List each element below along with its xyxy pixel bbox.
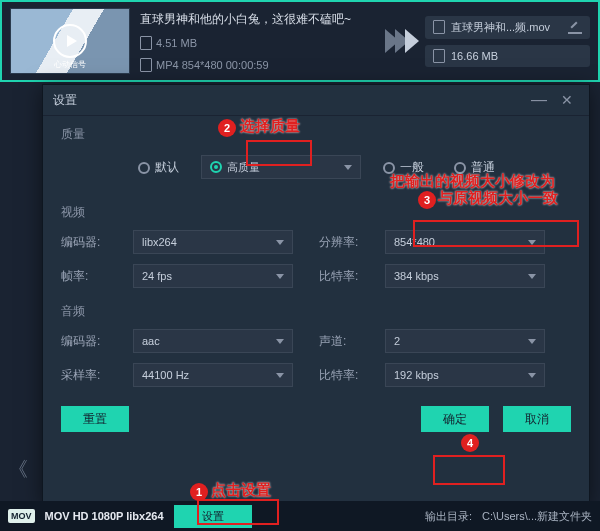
- edit-icon[interactable]: [568, 20, 582, 34]
- file-icon: [140, 36, 152, 50]
- annotation-3-text-b: 与原视频大小一致: [438, 189, 558, 208]
- format-label: MOV HD 1080P libx264: [45, 510, 164, 522]
- fps-label: 帧率:: [61, 268, 123, 285]
- source-size: 4.51 MB: [156, 37, 197, 49]
- file-icon: [140, 58, 152, 72]
- sample-select[interactable]: 44100 Hz: [133, 363, 293, 387]
- output-name-row[interactable]: 直球男神和...频.mov: [425, 16, 590, 39]
- resolution-select[interactable]: 854*480: [385, 230, 545, 254]
- source-thumbnail[interactable]: 心动信号: [10, 8, 130, 74]
- resolution-label: 分辨率:: [319, 234, 375, 251]
- audio-bitrate-select[interactable]: 192 kbps: [385, 363, 545, 387]
- annotation-2-badge: 2: [218, 119, 236, 137]
- file-icon: [433, 20, 445, 34]
- fps-select[interactable]: 24 fps: [133, 264, 293, 288]
- format-badge: MOV: [8, 509, 35, 523]
- video-bitrate-label: 比特率:: [319, 268, 375, 285]
- annotation-1-text: 点击设置: [211, 481, 271, 500]
- output-name: 直球男神和...频.mov: [451, 20, 550, 35]
- annotation-4-badge: 4: [461, 434, 479, 452]
- sample-label: 采样率:: [61, 367, 123, 384]
- output-size-row: 16.66 MB: [425, 45, 590, 67]
- audio-encoder-label: 编码器:: [61, 333, 123, 350]
- dialog-title: 设置: [53, 92, 77, 109]
- channel-label: 声道:: [319, 333, 375, 350]
- minimize-button[interactable]: —: [523, 91, 555, 109]
- annotation-3-badge: 3: [418, 191, 436, 209]
- video-encoder-select[interactable]: libx264: [133, 230, 293, 254]
- collapse-button[interactable]: 《: [4, 445, 32, 493]
- annotation-2-text: 选择质量: [240, 117, 300, 136]
- quality-default[interactable]: 默认: [130, 155, 187, 180]
- cancel-button[interactable]: 取消: [503, 406, 571, 432]
- annotation-1-badge: 1: [190, 483, 208, 501]
- section-audio: 音频: [43, 293, 589, 324]
- settings-button[interactable]: 设置: [174, 505, 252, 528]
- section-quality: 质量: [43, 116, 589, 147]
- audio-encoder-select[interactable]: aac: [133, 329, 293, 353]
- channel-select[interactable]: 2: [385, 329, 545, 353]
- file-icon: [433, 49, 445, 63]
- audio-bitrate-label: 比特率:: [319, 367, 375, 384]
- convert-arrow-icon: [385, 29, 415, 53]
- output-size: 16.66 MB: [451, 50, 498, 62]
- source-title: 直球男神和他的小白兔，这很难不磕吧~: [140, 11, 351, 28]
- reset-button[interactable]: 重置: [61, 406, 129, 432]
- video-bitrate-select[interactable]: 384 kbps: [385, 264, 545, 288]
- play-icon: [53, 24, 87, 58]
- settings-dialog: 设置 — ✕ 质量 默认 高质量 一般 普通 视频 编码器: libx264 分…: [42, 84, 590, 504]
- quality-high[interactable]: 高质量: [201, 155, 361, 179]
- ok-button[interactable]: 确定: [421, 406, 489, 432]
- close-button[interactable]: ✕: [555, 92, 579, 108]
- output-dir[interactable]: C:\Users\...新建文件夹: [482, 509, 592, 524]
- source-format: MP4 854*480 00:00:59: [156, 59, 269, 71]
- video-encoder-label: 编码器:: [61, 234, 123, 251]
- thumb-caption: 心动信号: [54, 59, 86, 70]
- output-dir-label: 输出目录:: [425, 509, 472, 524]
